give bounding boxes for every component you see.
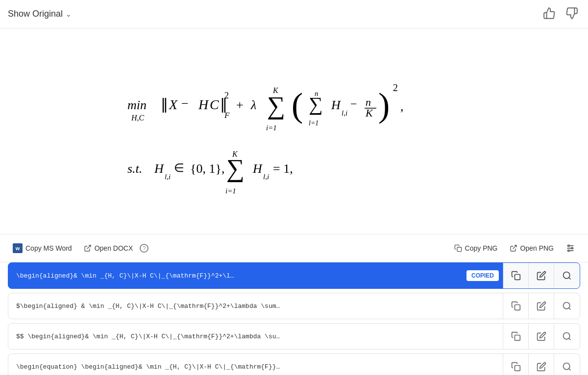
svg-text:∑: ∑: [267, 92, 285, 120]
search-latex-4-button[interactable]: [554, 354, 580, 375]
latex-actions-4: [503, 354, 580, 375]
svg-text:{0, 1},: {0, 1},: [190, 162, 224, 176]
svg-rect-54: [514, 335, 520, 341]
svg-text:X: X: [169, 97, 178, 112]
svg-text:−: −: [181, 96, 189, 111]
latex-text-3: $$ \begin{aligned}& \min _{H, C}\|X-H C\…: [8, 326, 503, 347]
copy-latex-4-button[interactable]: [503, 354, 529, 375]
svg-text:H,C: H,C: [131, 114, 145, 122]
svg-point-49: [564, 272, 570, 279]
svg-line-50: [569, 278, 571, 280]
latex-actions-3: [503, 324, 580, 349]
svg-text:i=1: i=1: [225, 187, 236, 195]
toolbar-right: Copy PNG Open PNG: [449, 240, 580, 256]
open-png-icon: [510, 244, 517, 252]
latex-text-2: $\begin{aligned} & \min _{H, C}\|X-H C\|…: [8, 296, 503, 317]
svg-text:‖: ‖: [161, 96, 168, 113]
latex-row-4[interactable]: \begin{equation} \begin{aligned}& \min _…: [8, 353, 580, 375]
svg-text:C: C: [210, 97, 219, 112]
svg-text:l=1: l=1: [309, 119, 318, 127]
svg-rect-57: [514, 366, 520, 371]
svg-text:): ): [378, 86, 390, 124]
header-feedback-icons: [541, 5, 580, 23]
open-docx-button[interactable]: Open DOCX: [79, 241, 138, 255]
open-docx-icon: [84, 244, 92, 252]
svg-line-41: [513, 245, 516, 249]
svg-text:∈: ∈: [174, 162, 184, 174]
show-original-label: Show Original: [8, 9, 63, 19]
latex-actions-2: [503, 293, 580, 319]
svg-text:H: H: [198, 97, 209, 112]
svg-text:−: −: [350, 97, 357, 110]
chevron-down-icon: ⌄: [66, 10, 72, 18]
svg-text:K: K: [272, 86, 279, 94]
math-formula: min H,C ‖ X − H C ‖ 2 F + λ: [20, 53, 568, 205]
settings-button[interactable]: [561, 240, 580, 256]
svg-text:s.t.: s.t.: [127, 162, 142, 176]
svg-text:H: H: [331, 98, 341, 112]
svg-text:+: +: [236, 98, 244, 112]
svg-text:i=1: i=1: [266, 124, 277, 132]
svg-rect-40: [457, 247, 462, 252]
svg-text:l,i: l,i: [165, 173, 171, 181]
svg-text:,: ,: [400, 99, 404, 114]
formula-display: min H,C ‖ X − H C ‖ 2 F + λ: [0, 28, 588, 234]
copy-latex-1-button[interactable]: [503, 263, 529, 288]
svg-point-58: [564, 363, 570, 370]
search-latex-1-button[interactable]: [554, 263, 580, 288]
copy-png-label: Copy PNG: [465, 244, 498, 252]
search-latex-3-button[interactable]: [554, 324, 580, 349]
latex-row-2[interactable]: $\begin{aligned} & \min _{H, C}\|X-H C\|…: [8, 293, 580, 319]
copied-badge: COPIED: [466, 270, 499, 281]
svg-text:= 1,: = 1,: [273, 162, 293, 176]
svg-text:H: H: [252, 162, 263, 176]
edit-latex-4-button[interactable]: [529, 354, 554, 375]
svg-line-59: [569, 369, 571, 371]
svg-point-45: [568, 245, 569, 246]
svg-point-52: [564, 303, 570, 309]
latex-row-1[interactable]: \begin{aligned}& \min _{H, C}\|X-H C\|_{…: [8, 262, 580, 289]
copy-latex-3-button[interactable]: [503, 324, 529, 349]
toolbar-left: w Copy MS Word Open DOCX ?: [8, 240, 449, 256]
svg-rect-51: [514, 305, 520, 310]
svg-point-55: [564, 333, 570, 339]
svg-line-53: [569, 308, 571, 310]
latex-text-1: \begin{aligned}& \min _{H, C}\|X-H C\|_{…: [8, 265, 466, 286]
svg-text:min: min: [127, 98, 147, 112]
search-latex-2-button[interactable]: [554, 293, 580, 319]
copy-png-button[interactable]: Copy PNG: [449, 241, 503, 255]
latex-list: \begin{aligned}& \min _{H, C}\|X-H C\|_{…: [0, 262, 588, 375]
svg-text:∑: ∑: [226, 154, 245, 183]
open-docx-label: Open DOCX: [95, 244, 133, 252]
open-png-label: Open PNG: [520, 244, 554, 252]
edit-latex-3-button[interactable]: [529, 324, 554, 349]
thumbdown-button[interactable]: [564, 5, 580, 23]
svg-text:l,i: l,i: [263, 173, 269, 181]
thumbup-button[interactable]: [541, 5, 558, 23]
svg-text:K: K: [232, 150, 238, 158]
latex-row-3[interactable]: $$ \begin{aligned}& \min _{H, C}\|X-H C\…: [8, 323, 580, 350]
formula-svg: min H,C ‖ X − H C ‖ 2 F + λ: [98, 53, 490, 205]
svg-point-46: [571, 247, 573, 249]
word-icon: w: [13, 243, 23, 253]
svg-text:K: K: [365, 107, 373, 119]
svg-line-56: [569, 338, 571, 340]
edit-latex-1-button[interactable]: [529, 263, 554, 288]
help-icon-button[interactable]: ?: [140, 244, 148, 253]
settings-icon: [565, 243, 575, 253]
toolbar: w Copy MS Word Open DOCX ? Copy PNG: [0, 234, 588, 262]
svg-text:F: F: [224, 111, 230, 120]
copy-word-button[interactable]: w Copy MS Word: [8, 240, 77, 256]
copy-word-label: Copy MS Word: [25, 244, 72, 252]
copy-latex-2-button[interactable]: [503, 293, 529, 319]
header: Show Original ⌄: [0, 0, 588, 28]
copy-png-icon: [454, 244, 462, 252]
svg-text:l,i: l,i: [342, 109, 347, 117]
svg-text:n: n: [315, 90, 318, 97]
edit-latex-2-button[interactable]: [529, 293, 554, 319]
help-label: ?: [143, 245, 146, 251]
show-original-button[interactable]: Show Original ⌄: [8, 9, 72, 19]
open-png-button[interactable]: Open PNG: [505, 241, 559, 255]
latex-actions-1: [503, 263, 580, 288]
svg-line-39: [87, 245, 90, 249]
